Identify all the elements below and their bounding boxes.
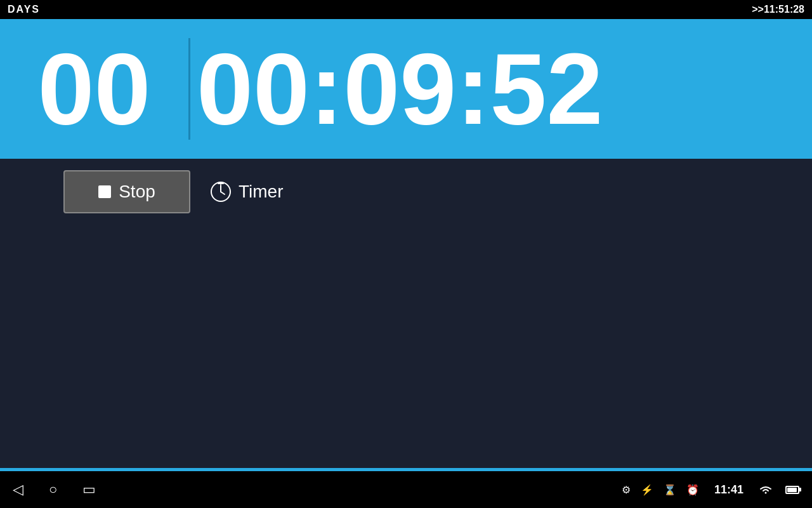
hourglass-icon: ⌛ [664, 484, 676, 496]
days-label: DAYS [8, 4, 40, 15]
stop-label: Stop [119, 182, 155, 202]
current-time: >>11:51:28 [752, 4, 804, 15]
controls-area: Stop Timer [0, 159, 812, 225]
android-icon: ⚙ [622, 484, 631, 496]
nav-left: ◁ ○ ▭ [13, 481, 96, 498]
back-button[interactable]: ◁ [13, 481, 23, 498]
nav-bar: ◁ ○ ▭ ⚙ ⚡ ⌛ ⏰ 11:41 [0, 470, 812, 508]
wifi-icon [759, 485, 773, 495]
alarm-icon: ⏰ [686, 484, 699, 496]
timer-link[interactable]: Timer [209, 180, 284, 203]
usb-icon: ⚡ [641, 484, 653, 496]
home-button[interactable]: ○ [49, 481, 57, 498]
time-value: 00:09:52 [190, 38, 812, 140]
timer-display: 00 00:09:52 [0, 19, 812, 159]
stop-icon [98, 185, 111, 198]
clock-display: 11:41 [714, 483, 743, 497]
timer-clock-icon [209, 180, 232, 203]
stop-button[interactable]: Stop [63, 170, 190, 213]
timer-text: Timer [239, 182, 284, 202]
battery-icon [785, 486, 799, 494]
status-bar: DAYS >>11:51:28 [0, 0, 812, 19]
days-value: 00 [0, 38, 190, 140]
recents-button[interactable]: ▭ [82, 481, 96, 498]
nav-right: ⚙ ⚡ ⌛ ⏰ 11:41 [622, 483, 799, 497]
svg-line-2 [221, 192, 225, 194]
